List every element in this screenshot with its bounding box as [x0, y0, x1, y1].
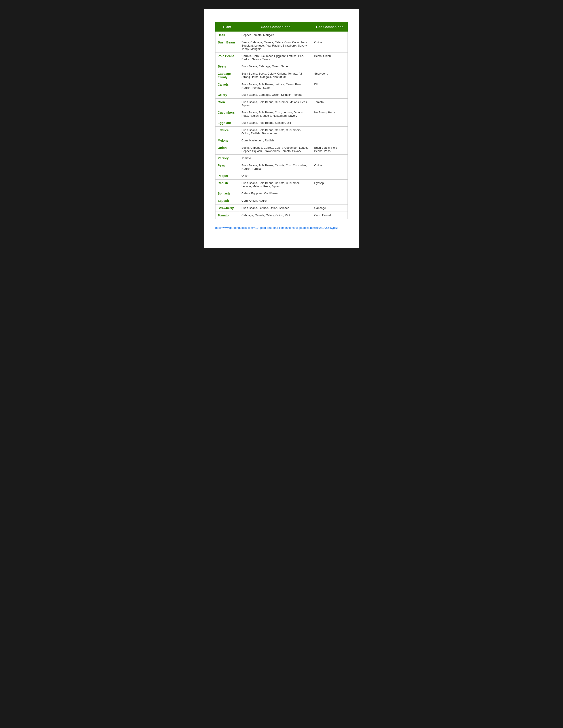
bad-companions	[312, 137, 348, 144]
bad-companions: Dill	[312, 81, 348, 91]
bad-companions: Strawberry	[312, 70, 348, 81]
table-row: SpinachCelery, Eggplant, Cauliflower	[215, 190, 348, 197]
good-companions: Bush Beans, Pole Beans, Cucumber, Melons…	[239, 99, 312, 109]
good-companions: Bush Beans, Cabbage, Onion, Sage	[239, 63, 312, 70]
good-companions: Bush Beans, Pole Beans, Carrots, Cucumbe…	[239, 127, 312, 137]
bad-companions	[312, 155, 348, 162]
good-companions: Corn, Nasturtium, Radish	[239, 137, 312, 144]
table-row: RadishBush Beans, Pole Beans, Carrots, C…	[215, 180, 348, 190]
good-companions: Pepper, Tomato, Marigold	[239, 32, 312, 39]
table-row: CeleryBush Beans, Cabbage, Onion, Spinac…	[215, 91, 348, 99]
bad-companions	[312, 91, 348, 99]
table-row: PepperOnion	[215, 172, 348, 180]
good-companions: Bush Beans, Cabbage, Onion, Spinach, Tom…	[239, 91, 312, 99]
plant-name: Tomato	[215, 212, 239, 219]
col-header-bad: Bad Companions	[312, 22, 348, 32]
table-row: MelonsCorn, Nasturtium, Radish	[215, 137, 348, 144]
plant-name: Pepper	[215, 172, 239, 180]
bad-companions	[312, 190, 348, 197]
bad-companions: Corn, Fennel	[312, 212, 348, 219]
plant-name: Lettuce	[215, 127, 239, 137]
plant-name: Celery	[215, 91, 239, 99]
good-companions: Bush Beans, Pole Beans, Carrots, Corn Cu…	[239, 162, 312, 172]
plant-name: Cabbage Family	[215, 70, 239, 81]
good-companions: Onion	[239, 172, 312, 180]
bad-companions	[312, 172, 348, 180]
plant-name: Eggplant	[215, 119, 239, 127]
table-row: EggplantBush Beans, Pole Beans, Spinach,…	[215, 119, 348, 127]
source-link[interactable]: http://www.gardenguides.com/410-good-amp…	[215, 226, 338, 229]
good-companions: Bush Beans, Pole Beans, Lettuce, Onion, …	[239, 81, 312, 91]
table-row: LettuceBush Beans, Pole Beans, Carrots, …	[215, 127, 348, 137]
plant-name: Beets	[215, 63, 239, 70]
bad-companions: Cabbage	[312, 205, 348, 212]
bad-companions: Onion	[312, 162, 348, 172]
good-companions: Cabbage, Carrots, Celery, Onion, Mint	[239, 212, 312, 219]
plant-name: Radish	[215, 180, 239, 190]
col-header-good: Good Companions	[239, 22, 312, 32]
table-row: Bush BeansBeets, Cabbage, Carrots, Celer…	[215, 39, 348, 53]
plant-name: Strawberry	[215, 205, 239, 212]
bad-companions: Tomato	[312, 99, 348, 109]
table-row: Cabbage FamilyBush Beans, Beets, Celery,…	[215, 70, 348, 81]
plant-name: Bush Beans	[215, 39, 239, 53]
bad-companions	[312, 63, 348, 70]
good-companions: Corn, Onion, Radish	[239, 197, 312, 205]
good-companions: Bush Beans, Pole Beans, Spinach, Dill	[239, 119, 312, 127]
bad-companions	[312, 119, 348, 127]
plant-name: Parsley	[215, 155, 239, 162]
good-companions: Bush Beans, Lettuce, Onion, Spinach	[239, 205, 312, 212]
bad-companions: Beets, Onion	[312, 53, 348, 63]
good-companions: Beets, Cabbage, Carrots, Celery, Corn, C…	[239, 39, 312, 53]
table-row: CornBush Beans, Pole Beans, Cucumber, Me…	[215, 99, 348, 109]
plant-name: Peas	[215, 162, 239, 172]
table-row: BeetsBush Beans, Cabbage, Onion, Sage	[215, 63, 348, 70]
bad-companions	[312, 32, 348, 39]
good-companions: Tomato	[239, 155, 312, 162]
table-row: CucumbersBush Beans, Pole Beans, Corn, L…	[215, 109, 348, 119]
bad-companions: No Strong Herbs	[312, 109, 348, 119]
plant-name: Squash	[215, 197, 239, 205]
table-row: StrawberryBush Beans, Lettuce, Onion, Sp…	[215, 205, 348, 212]
plant-name: Carrots	[215, 81, 239, 91]
bad-companions	[312, 127, 348, 137]
table-row: CarrotsBush Beans, Pole Beans, Lettuce, …	[215, 81, 348, 91]
page: Plant Good Companions Bad Companions Bas…	[204, 9, 359, 248]
table-row: SquashCorn, Onion, Radish	[215, 197, 348, 205]
plant-name: Onion	[215, 144, 239, 155]
table-row: PeasBush Beans, Pole Beans, Carrots, Cor…	[215, 162, 348, 172]
good-companions: Bush Beans, Beets, Celery, Onions, Tomat…	[239, 70, 312, 81]
table-row: ParsleyTomato	[215, 155, 348, 162]
good-companions: Bush Beans, Pole Beans, Carrots, Cucumbe…	[239, 180, 312, 190]
good-companions: Beets, Cabbage, Carrots, Celery, Cucumbe…	[239, 144, 312, 155]
good-companions: Carrots, Corn Cucumber, Eggplant, Lettuc…	[239, 53, 312, 63]
bad-companions: Hyssop	[312, 180, 348, 190]
bad-companions	[312, 197, 348, 205]
plant-name: Pole Beans	[215, 53, 239, 63]
table-row: TomatoCabbage, Carrots, Celery, Onion, M…	[215, 212, 348, 219]
bad-companions: Onion	[312, 39, 348, 53]
table-row: OnionBeets, Cabbage, Carrots, Celery, Cu…	[215, 144, 348, 155]
good-companions: Celery, Eggplant, Cauliflower	[239, 190, 312, 197]
plant-name: Basil	[215, 32, 239, 39]
bad-companions: Bush Beans, Pole Beans, Peas	[312, 144, 348, 155]
plant-name: Corn	[215, 99, 239, 109]
col-header-plant: Plant	[215, 22, 239, 32]
companion-planting-table: Plant Good Companions Bad Companions Bas…	[215, 22, 348, 219]
good-companions: Bush Beans, Pole Beans, Corn, Lettuce, O…	[239, 109, 312, 119]
table-row: BasilPepper, Tomato, Marigold	[215, 32, 348, 39]
table-row: Pole BeansCarrots, Corn Cucumber, Eggpla…	[215, 53, 348, 63]
plant-name: Cucumbers	[215, 109, 239, 119]
plant-name: Spinach	[215, 190, 239, 197]
plant-name: Melons	[215, 137, 239, 144]
